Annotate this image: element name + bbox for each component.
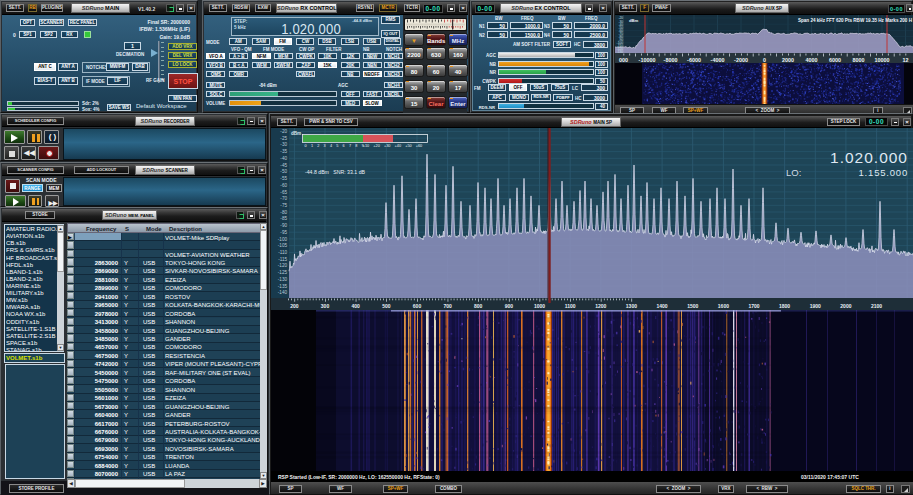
svg-text:-80: -80 [280,210,287,215]
svg-text:-100: -100 [278,237,288,242]
svg-text:1800: 1800 [779,303,790,309]
svg-text:-115: -115 [278,257,287,262]
svg-text:-44.8 dBm SNR: 33.1 dB: -44.8 dBm SNR: 33.1 dB [305,169,366,175]
svg-text:+30: +30 [384,144,390,148]
svg-text:1100: 1100 [565,303,576,309]
svg-text:300: 300 [321,303,330,309]
svg-text:500: 500 [382,303,391,309]
svg-text:dBm: dBm [629,18,639,23]
svg-text:-70: -70 [280,196,287,201]
svg-text:-25: -25 [280,136,287,141]
svg-text:8: 8 [355,144,357,148]
svg-text:-140: -140 [278,290,288,295]
svg-text:+60: +60 [416,144,422,148]
svg-text:1900: 1900 [810,303,821,309]
svg-text:-20: -20 [280,129,287,134]
svg-text:-125: -125 [278,270,288,275]
svg-text:-60: -60 [280,183,287,188]
svg-text:3: 3 [324,144,326,148]
svg-text:+40: +40 [395,144,401,148]
svg-text:-110: -110 [278,250,287,255]
svg-text:0: 0 [305,144,307,148]
svg-text:-55: -55 [280,176,287,181]
svg-text:-30: -30 [280,142,287,147]
svg-text:Span 24 kHz FFT 620 Pts RBW: Span 24 kHz FFT 620 Pts RBW 19.35 Hz Mar… [798,18,913,23]
svg-text:2100: 2100 [871,303,882,309]
svg-text:-75: -75 [280,203,287,208]
svg-text:1200: 1200 [595,303,606,309]
svg-text:1: 1 [311,144,313,148]
svg-text:-90: -90 [280,223,287,228]
svg-text:6: 6 [343,144,345,148]
svg-text:-40: -40 [280,156,287,161]
svg-text:-65: -65 [280,190,287,195]
svg-text:4: 4 [330,144,332,148]
svg-text:1700: 1700 [748,303,759,309]
svg-text:600: 600 [413,303,422,309]
svg-text:-135: -135 [278,284,288,289]
svg-text:-85: -85 [280,216,287,221]
svg-text:-130: -130 [278,277,288,282]
svg-text:1500: 1500 [687,303,698,309]
svg-text:5: 5 [336,144,338,148]
svg-text:1400: 1400 [657,303,668,309]
svg-text:+50: +50 [405,144,411,148]
svg-text:LO:: LO: [786,167,801,178]
svg-text:2: 2 [317,144,319,148]
svg-text:-45: -45 [280,163,287,168]
svg-text:1300: 1300 [626,303,637,309]
svg-text:700: 700 [443,303,452,309]
svg-text:400: 400 [352,303,361,309]
svg-text:1000: 1000 [534,303,545,309]
svg-text:+10: +10 [363,144,369,148]
svg-text:dBm: dBm [291,131,301,136]
svg-text:900: 900 [505,303,514,309]
svg-text:800: 800 [474,303,483,309]
svg-text:1600: 1600 [718,303,729,309]
svg-text:-35: -35 [280,149,287,154]
svg-text:1.155.000: 1.155.000 [859,167,908,178]
svg-text:1.020.000: 1.020.000 [830,149,908,166]
svg-text:-105: -105 [278,243,288,248]
svg-text:+20: +20 [373,144,379,148]
svg-text:-95: -95 [280,230,287,235]
svg-text:-120: -120 [278,263,288,268]
svg-text:2000: 2000 [840,303,851,309]
svg-text:7: 7 [349,144,351,148]
svg-text:200: 200 [290,303,299,309]
svg-text:-50: -50 [280,169,287,174]
